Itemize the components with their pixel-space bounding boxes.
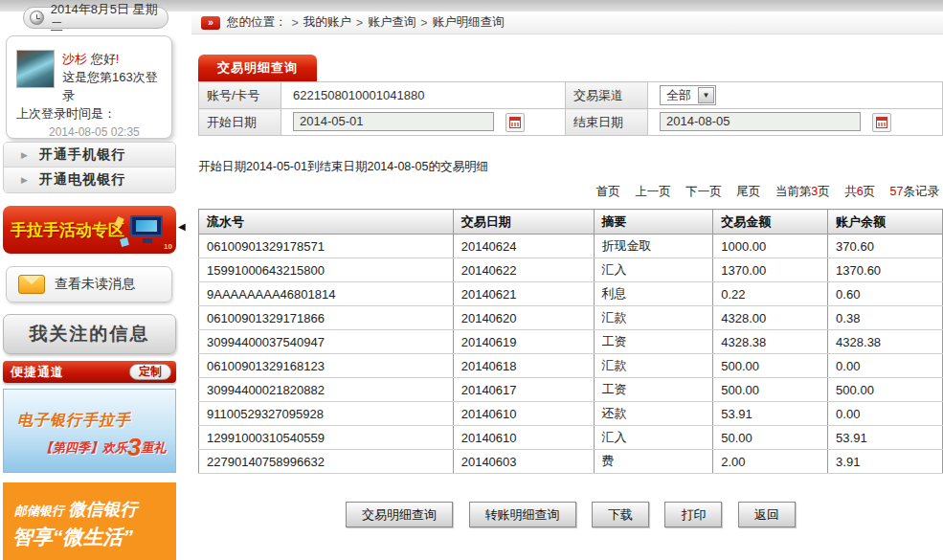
unread-messages-button[interactable]: 查看未读消息 [6,266,172,302]
breadcrumb-item-account-query[interactable]: 账户查询 [368,14,415,31]
end-date-calendar-icon[interactable] [872,113,891,132]
monitor-icon [130,215,163,236]
breadcrumb-item-detail-query[interactable]: 账户明细查询 [432,14,504,31]
breadcrumb-item-my-account[interactable]: 我的账户 [303,14,351,31]
focused-info-button[interactable]: 我关注的信息 [3,314,176,354]
table-cell: 0.22 [713,282,828,306]
table-row: 3099440003754094720140619工资4328.384328.3… [199,330,943,354]
table-row: 1599100064321580020140622汇入1370.001370.6… [199,258,943,282]
pagination-last[interactable]: 尾页 [736,185,760,198]
clock-icon [30,11,44,25]
table-cell: 20140619 [453,330,594,354]
table-row: 9AAAAAAAA4680181420140621利息0.220.60 [199,282,943,306]
table-row: 3099440002182088220140617工资500.00500.00 [199,378,943,402]
tab-transaction-detail-query[interactable]: 交易明细查询 [198,55,317,81]
table-cell: 4328.38 [828,330,943,354]
sidebar-item-tv-bank[interactable]: ▶ 开通电视银行 [4,168,175,192]
download-button[interactable]: 下载 [592,502,649,527]
transfer-detail-query-button[interactable]: 转账明细查询 [469,502,576,527]
table-cell: 3.91 [828,450,943,474]
chevron-right-icon: ▶ [21,150,28,160]
table-row: 0610090132916812320140618汇款500.000.00 [199,354,943,378]
pagination-first[interactable]: 首页 [596,185,620,198]
start-date-input[interactable] [293,112,494,131]
pagination-total: 共6页 [844,185,875,198]
channel-selected-value: 全部 [661,87,697,104]
breadcrumb-separator: > [292,16,299,30]
activity-banner[interactable]: 手拉手活动专区 10 [3,206,176,254]
table-cell: 50.00 [713,426,828,450]
table-cell: 汇入 [594,258,713,282]
banner-badge: 10 [164,242,172,251]
start-date-calendar-icon[interactable] [505,113,525,132]
customize-button[interactable]: 定制 [129,364,171,380]
table-cell: 20140610 [453,426,594,450]
page: 2014年8月5日 星期二 沙杉 您好! 这是您第163次登录 上次登录时间是：… [0,0,943,560]
ebank-line2-number: 3 [127,433,141,461]
column-header: 流水号 [199,210,454,235]
ebank-line2-prefix: 【第四季】欢乐 [40,440,127,455]
breadcrumb-separator: > [356,16,363,30]
unread-messages-label: 查看未读消息 [55,276,135,293]
ebank-promo-banner[interactable]: 电子银行手拉手 【第四季】欢乐3重礼 [3,389,176,473]
table-cell: 9AAAAAAAA46801814 [199,282,454,306]
table-cell: 0.00 [828,354,943,378]
back-button[interactable]: 返回 [738,502,796,527]
breadcrumb-separator: > [420,16,427,30]
table-header-row: 流水号交易日期摘要交易金额账户余额 [199,210,943,235]
table-cell: 370.60 [828,235,943,258]
table-cell: 4328.38 [713,330,828,354]
table-cell: 06100901329168123 [199,354,454,378]
account-number-value: 6221508010001041880 [281,82,566,109]
table-cell: 工资 [594,330,713,354]
table-cell: 15991000643215800 [199,258,454,282]
table-cell: 53.91 [828,426,943,450]
channel-select[interactable]: 全部 ▼ [660,85,716,105]
last-login-label: 上次登录时间是： [16,104,164,123]
table-cell: 20140617 [453,378,594,402]
table-cell: 折现金取 [594,235,713,258]
records-count: 57 [890,185,904,198]
table-cell: 06100901329171866 [199,306,454,330]
table-cell: 53.91 [713,402,828,426]
wechat-line1-big: 微信银行 [68,500,137,519]
table-row: 1299100031054055920140610汇入50.0053.91 [199,426,943,450]
sidebar-collapse-arrow-icon[interactable]: ◀ [178,221,186,232]
print-button[interactable]: 打印 [664,502,722,527]
pagination-prev[interactable]: 上一页 [635,185,671,198]
greeting-mark: ! [116,52,120,66]
table-cell: 06100901329178571 [199,235,454,258]
end-date-input[interactable] [660,112,861,131]
table-cell: 30994400021820882 [199,378,454,402]
chevron-down-icon: ▼ [698,87,714,103]
table-cell: 工资 [594,378,713,402]
breadcrumb: » 您的位置： > 我的账户 > 账户查询 > 账户明细查询 [191,11,943,34]
end-date-label: 结束日期 [566,109,648,136]
table-cell: 利息 [594,282,713,306]
wechat-bank-banner[interactable]: 邮储银行 微信银行 智享“微生活” [3,482,176,560]
table-cell: 20140610 [453,402,594,426]
wechat-banner-line1: 邮储银行 微信银行 [14,498,176,521]
action-buttons: 交易明细查询 转账明细查询 下载 打印 返回 [198,502,943,527]
transaction-detail-query-button[interactable]: 交易明细查询 [346,502,453,527]
wechat-line1-small: 邮储银行 [14,504,64,518]
user-panel: 沙杉 您好! 这是您第163次登录 上次登录时间是： 2014-08-05 02… [6,35,172,139]
last-login-time: 2014-08-05 02:35 [16,125,164,139]
pagination-next[interactable]: 下一页 [685,185,722,198]
user-name: 沙杉 [62,52,87,66]
sidebar-item-mobile-bank[interactable]: ▶ 开通手机银行 [4,143,175,168]
quick-channel-bar: 便捷通道 定制 [3,361,176,383]
sidebar-menu: ▶ 开通手机银行 ▶ 开通电视银行 [3,142,176,193]
pagination-current: 当前第3页 [775,185,830,198]
activity-banner-label: 手拉手活动专区 [11,219,124,241]
table-cell: 0.60 [828,282,943,306]
main-content: » 您的位置： > 我的账户 > 账户查询 > 账户明细查询 交易明细查询 账号… [191,0,943,560]
table-cell: 0.38 [828,306,943,330]
pagination: 首页 上一页 下一页 尾页 当前第3页 共6页 57条记录 [585,184,939,200]
account-label: 账号/卡号 [199,82,281,109]
table-cell: 2.00 [713,450,828,474]
breadcrumb-icon: » [201,16,220,30]
total-pages-number: 6 [857,185,864,198]
table-cell: 1370.00 [713,258,828,282]
greeting-text: 您好 [91,52,116,66]
